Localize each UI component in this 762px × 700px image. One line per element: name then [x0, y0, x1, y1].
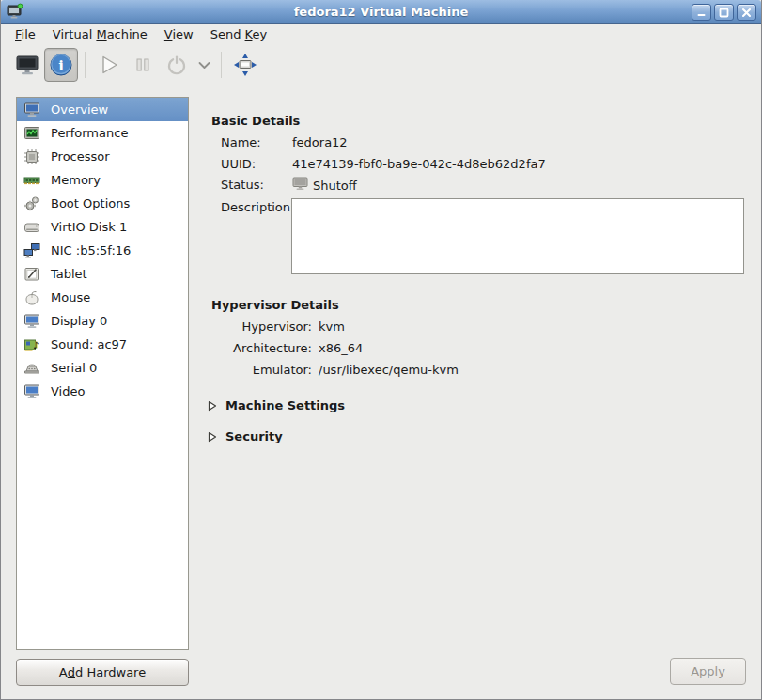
gears-icon — [23, 194, 40, 212]
sidebar-item-boot-options[interactable]: Boot Options — [17, 192, 188, 215]
description-label: Description: — [221, 200, 294, 214]
hypervisor-details-heading: Hypervisor Details — [211, 298, 339, 312]
uuid-value: 41e74139-fbf0-ba9e-042c-4d8eb62d2fa7 — [292, 157, 546, 171]
show-console-button[interactable] — [10, 48, 44, 82]
expander-arrow-icon — [208, 431, 217, 443]
architecture-label: Architecture: — [211, 341, 312, 355]
toolbar-separator — [221, 52, 222, 78]
show-details-button[interactable]: i — [44, 48, 78, 82]
sidebar-item-label: Boot Options — [51, 196, 130, 210]
sidebar-item-label: Display 0 — [51, 314, 107, 328]
expander-label: Machine Settings — [225, 398, 345, 412]
sidebar-item-label: Video — [51, 384, 85, 398]
shutdown-button[interactable] — [160, 48, 194, 82]
monitor-icon — [23, 101, 40, 118]
status-value: Shutoff — [313, 179, 357, 193]
uuid-label: UUID: — [221, 157, 256, 171]
power-icon — [165, 54, 188, 76]
info-icon: i — [49, 53, 73, 77]
menu-send-key[interactable]: Send Key — [202, 25, 275, 43]
sidebar-item-label: Sound: ac97 — [51, 337, 127, 351]
minimize-button[interactable] — [692, 4, 711, 21]
sidebar-item-performance[interactable]: Performance — [17, 121, 188, 145]
sidebar-item-tablet[interactable]: Tablet — [17, 262, 188, 286]
sidebar-item-nic[interactable]: NIC :b5:5f:16 — [17, 239, 188, 262]
svg-text:♪: ♪ — [33, 340, 39, 350]
sidebar-item-serial-0[interactable]: Serial 0 — [17, 356, 188, 380]
architecture-value: x86_64 — [319, 341, 363, 355]
status-label: Status: — [221, 178, 264, 192]
hypervisor-value: kvm — [319, 319, 345, 334]
sidebar-item-display-0[interactable]: Display 0 — [17, 309, 188, 333]
sidebar-item-label: Processor — [51, 149, 110, 163]
mouse-icon — [23, 288, 40, 306]
menu-file[interactable]: File — [7, 25, 44, 43]
video-display-icon — [23, 382, 40, 400]
fullscreen-button[interactable] — [228, 48, 262, 82]
sidebar-item-sound[interactable]: ♪ Sound: ac97 — [17, 333, 188, 356]
tablet-pen-icon — [23, 265, 40, 283]
performance-chart-icon — [23, 124, 40, 142]
name-value: fedora12 — [292, 135, 348, 149]
maximize-icon — [719, 8, 729, 18]
expander-label: Security — [225, 429, 283, 443]
sidebar-item-mouse[interactable]: Mouse — [17, 286, 188, 309]
menu-view[interactable]: View — [156, 25, 202, 43]
close-button[interactable] — [737, 4, 756, 21]
basic-details-heading: Basic Details — [211, 114, 300, 128]
shutoff-monitor-icon — [292, 176, 308, 194]
sidebar-item-label: Tablet — [51, 267, 87, 281]
sidebar-item-label: NIC :b5:5f:16 — [51, 243, 131, 257]
console-monitor-icon — [15, 53, 39, 77]
hardware-list: Overview Performance Processor Memory Bo… — [16, 97, 189, 650]
sidebar-item-label: Overview — [51, 102, 108, 117]
sidebar-item-processor[interactable]: Processor — [17, 145, 188, 168]
sidebar-item-video[interactable]: Video — [17, 380, 188, 403]
sound-card-icon: ♪ — [23, 335, 40, 353]
window-title: fedora12 Virtual Machine — [1, 5, 761, 19]
serial-port-icon — [23, 359, 40, 377]
add-hardware-button[interactable]: Add Hardware — [16, 659, 189, 686]
sidebar-item-label: Serial 0 — [51, 361, 97, 375]
description-input[interactable] — [291, 198, 744, 274]
security-expander[interactable]: Security — [208, 429, 283, 443]
sidebar-item-virtio-disk-1[interactable]: VirtIO Disk 1 — [17, 215, 188, 239]
sidebar-item-label: Performance — [51, 126, 128, 140]
pause-button[interactable] — [126, 48, 160, 82]
close-icon — [741, 8, 752, 18]
chevron-down-icon — [198, 61, 210, 70]
ram-icon — [23, 171, 40, 189]
emulator-value: /usr/libexec/qemu-kvm — [319, 363, 459, 377]
apply-button[interactable]: Apply — [670, 658, 746, 685]
menu-virtual-machine[interactable]: Virtual Machine — [44, 25, 156, 43]
network-icon — [23, 241, 40, 259]
hypervisor-label: Hypervisor: — [211, 319, 312, 334]
shutdown-menu-button[interactable] — [194, 48, 214, 82]
maximize-button[interactable] — [714, 4, 734, 21]
menubar: File Virtual Machine View Send Key — [2, 24, 760, 44]
svg-text:i: i — [58, 57, 64, 74]
machine-settings-expander[interactable]: Machine Settings — [208, 398, 345, 412]
name-label: Name: — [221, 135, 261, 149]
display-icon — [23, 312, 40, 330]
toolbar-separator — [85, 52, 86, 78]
play-icon — [98, 54, 120, 76]
sidebar-item-label: VirtIO Disk 1 — [51, 220, 127, 234]
app-window-icon[interactable] — [5, 2, 25, 23]
titlebar[interactable]: fedora12 Virtual Machine — [1, 0, 761, 24]
fullscreen-arrows-icon — [232, 52, 258, 78]
toolbar: i — [2, 44, 760, 86]
sidebar-item-label: Memory — [51, 173, 101, 187]
minimize-icon — [696, 8, 707, 18]
sidebar-item-memory[interactable]: Memory — [17, 168, 188, 192]
cpu-icon — [23, 148, 40, 165]
expander-arrow-icon — [208, 400, 217, 412]
disk-icon — [23, 218, 40, 236]
virt-manager-window: fedora12 Virtual Machine File Virtual Ma… — [0, 0, 762, 700]
run-button[interactable] — [92, 48, 126, 82]
emulator-label: Emulator: — [211, 363, 312, 377]
pause-icon — [132, 54, 153, 75]
sidebar-item-label: Mouse — [51, 290, 90, 304]
sidebar-item-overview[interactable]: Overview — [17, 98, 188, 121]
